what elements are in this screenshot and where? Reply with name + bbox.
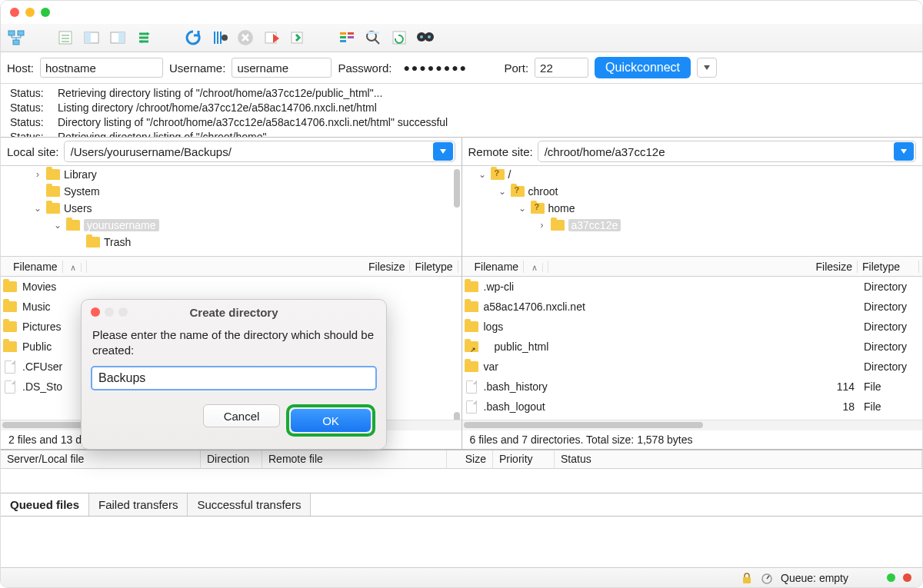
local-site-input[interactable]: [65, 145, 432, 158]
queue-columns[interactable]: Server/Local fileDirectionRemote fileSiz…: [1, 450, 922, 469]
remote-site-input[interactable]: [538, 145, 892, 158]
toggle-log-icon[interactable]: [55, 27, 76, 48]
remote-columns[interactable]: Filename ∧ Filesize Filetype: [462, 257, 923, 277]
list-item[interactable]: varDirectory: [462, 357, 923, 377]
svg-rect-2: [13, 40, 19, 45]
file-name: Movies: [22, 281, 460, 293]
tree-item[interactable]: ⌄/: [462, 166, 923, 183]
remote-status: 6 files and 7 directories. Total size: 1…: [462, 430, 923, 450]
dialog-message: Please enter the name of the directory w…: [82, 324, 386, 366]
toggle-queue-icon[interactable]: [133, 27, 155, 48]
list-item[interactable]: logsDirectory: [462, 317, 923, 337]
status-bar: Queue: empty: [1, 567, 922, 587]
tree-item[interactable]: Trash: [1, 234, 462, 251]
local-site-dropdown-icon[interactable]: [433, 142, 453, 161]
quickconnect-button[interactable]: Quickconnect: [595, 57, 691, 78]
queue-col[interactable]: Direction: [201, 450, 262, 468]
remote-site-combo[interactable]: [538, 141, 916, 162]
tree-item[interactable]: System: [1, 183, 462, 200]
queue-tabs: Queued files Failed transfers Successful…: [1, 493, 922, 517]
disconnect-icon[interactable]: [261, 27, 282, 48]
tree-item[interactable]: ⌄yourusername: [1, 217, 462, 234]
local-site-combo[interactable]: [64, 141, 455, 162]
col-filesize[interactable]: Filesize: [804, 261, 858, 273]
queue-body[interactable]: [1, 469, 922, 493]
queue-col[interactable]: Priority: [493, 450, 555, 468]
disclosure-icon[interactable]: ⌄: [33, 203, 42, 214]
status-ok-icon: [887, 573, 895, 582]
tab-success[interactable]: Successful transfers: [188, 493, 311, 516]
col-filetype[interactable]: Filetype: [410, 261, 458, 273]
close-window-icon[interactable]: [10, 8, 19, 17]
remote-site-dropdown-icon[interactable]: [894, 142, 914, 161]
queue-col[interactable]: Remote file: [262, 450, 447, 468]
toggle-local-tree-icon[interactable]: [81, 27, 102, 48]
disclosure-icon[interactable]: ⌄: [518, 203, 527, 214]
queue-col[interactable]: Status: [555, 450, 922, 468]
disclosure-icon[interactable]: ›: [538, 220, 547, 231]
local-tree[interactable]: ›LibrarySystem⌄Users⌄yourusernameTrash: [1, 166, 462, 257]
col-filetype[interactable]: Filetype: [858, 261, 919, 273]
ok-button[interactable]: OK: [291, 409, 371, 432]
local-columns[interactable]: Filename ∧ Filesize Filetype: [1, 257, 462, 277]
list-item[interactable]: .wp-cliDirectory: [462, 277, 923, 297]
username-input[interactable]: [232, 58, 332, 78]
port-input[interactable]: [535, 58, 588, 78]
quickconnect-history-button[interactable]: [697, 58, 717, 78]
tab-failed[interactable]: Failed transfers: [89, 493, 188, 516]
disclosure-icon[interactable]: ⌄: [498, 186, 507, 197]
queue-col[interactable]: Server/Local file: [1, 450, 201, 468]
cancel-icon[interactable]: [235, 27, 256, 48]
toggle-remote-tree-icon[interactable]: [107, 27, 128, 48]
find-icon[interactable]: [415, 27, 436, 48]
svg-rect-3: [59, 32, 72, 44]
host-input[interactable]: [40, 58, 163, 78]
local-site-label: Local site:: [7, 145, 59, 158]
password-input[interactable]: ●●●●●●●●: [398, 58, 498, 77]
lock-icon: [741, 572, 753, 584]
folder-icon: [45, 184, 61, 198]
list-item[interactable]: a58ac14706.nxcli.netDirectory: [462, 297, 923, 317]
directory-name-input[interactable]: [91, 366, 377, 390]
list-item[interactable]: .bash_history114File: [462, 377, 923, 397]
col-filename[interactable]: Filename ∧: [465, 261, 548, 273]
site-manager-icon[interactable]: [5, 27, 27, 48]
process-queue-icon[interactable]: [208, 27, 230, 48]
remote-tree[interactable]: ⌄/⌄chroot⌄home›a37cc12e: [462, 166, 923, 257]
tab-queued[interactable]: Queued files: [1, 493, 89, 516]
svg-rect-15: [348, 32, 354, 35]
scrollbar-icon[interactable]: [462, 420, 923, 430]
cancel-button[interactable]: Cancel: [203, 404, 280, 427]
tree-label: System: [64, 185, 100, 198]
col-filesize[interactable]: Filesize: [364, 261, 410, 273]
compare-icon[interactable]: [388, 27, 410, 48]
tree-item[interactable]: ⌄home: [462, 200, 923, 217]
message-log[interactable]: Status:Retrieving directory listing of "…: [1, 84, 922, 138]
remote-file-list[interactable]: .wp-cliDirectorya58ac14706.nxcli.netDire…: [462, 277, 923, 420]
tree-label: a37cc12e: [568, 219, 621, 231]
tree-item[interactable]: ⌄chroot: [462, 183, 923, 200]
log-text: Directory listing of "/chroot/home/a37cc…: [58, 116, 451, 129]
window-titlebar: [1, 1, 922, 24]
list-item[interactable]: ↗public_htmlDirectory: [462, 337, 923, 357]
disclosure-icon[interactable]: ›: [33, 169, 42, 180]
refresh-icon[interactable]: [182, 27, 204, 48]
scrollbar-icon[interactable]: [451, 166, 462, 245]
filter-icon[interactable]: [336, 27, 358, 48]
minimize-window-icon[interactable]: [25, 8, 35, 17]
search-icon[interactable]: [362, 27, 384, 48]
folder-unknown-icon: [510, 184, 525, 198]
tree-item[interactable]: ⌄Users: [1, 200, 462, 217]
queue-col[interactable]: Size: [447, 450, 493, 468]
zoom-window-icon[interactable]: [41, 8, 50, 17]
tree-item[interactable]: ›Library: [1, 166, 462, 183]
disclosure-icon[interactable]: ⌄: [53, 220, 62, 231]
list-item[interactable]: .bash_logout18File: [462, 397, 923, 417]
folder-icon: [2, 300, 18, 314]
col-filename[interactable]: Filename ∧: [4, 261, 87, 273]
list-item[interactable]: Movies: [1, 277, 462, 297]
file-name: var: [484, 360, 797, 373]
disclosure-icon[interactable]: ⌄: [478, 169, 487, 180]
reconnect-icon[interactable]: [287, 27, 308, 48]
tree-item[interactable]: ›a37cc12e: [462, 217, 923, 234]
